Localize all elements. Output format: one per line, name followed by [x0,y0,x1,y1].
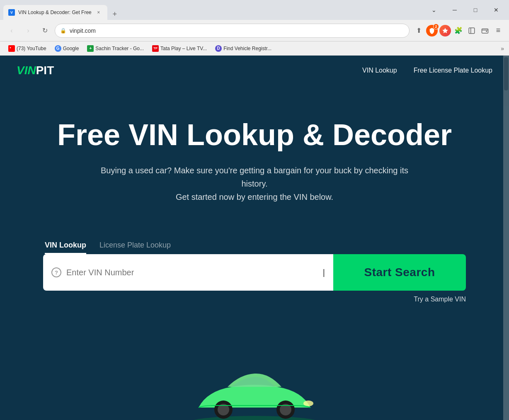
active-tab[interactable]: V VIN Lookup & Decoder: Get Free × [3,5,107,20]
youtube-favicon [8,45,15,52]
bookmark-youtube[interactable]: (73) YouTube [5,44,50,53]
svg-marker-4 [10,47,11,49]
back-button[interactable]: ‹ [5,24,18,37]
tab-favicon: V [8,9,15,16]
nav-bar: ‹ › ↻ 🔒 vinpit.com ⬆ 2 🧩 [0,20,509,41]
title-bar: V VIN Lookup & Decoder: Get Free × + ⌄ ─… [0,0,509,20]
url-text: vinpit.com [70,27,404,34]
svg-marker-0 [442,28,448,33]
tab-license-plate[interactable]: License Plate Lookup [99,241,171,254]
tab-title: VIN Lookup & Decoder: Get Free [18,10,92,15]
tab-strip: V VIN Lookup & Decoder: Get Free × + [3,0,421,20]
svg-point-10 [303,401,313,406]
hero-title: Free VIN Lookup & Decoder [17,119,492,151]
nav-license-plate[interactable]: Free License Plate Lookup [414,67,492,74]
bookmarks-bar: (73) YouTube G Google + Sachin Tracker -… [0,41,509,56]
bookmark-tata[interactable]: TP Tata Play – Live TV... [149,44,210,53]
car-image-section [182,370,327,420]
lock-icon: 🔒 [60,28,66,34]
find-favicon: D [215,45,222,52]
sample-vin-link[interactable]: Try a Sample VIN [43,291,466,303]
close-button[interactable]: ✕ [487,3,506,17]
new-tab-button[interactable]: + [109,8,121,20]
tata-favicon: TP [152,45,159,52]
scrollbar-track[interactable] [503,56,509,420]
bookmark-sachin[interactable]: + Sachin Tracker - Go... [84,44,147,53]
search-input-wrap: ? | [43,254,333,291]
wallet-icon[interactable] [479,25,491,36]
minimize-button[interactable]: ─ [445,3,464,17]
svg-rect-1 [469,28,475,34]
brave-rewards-icon[interactable] [439,25,451,36]
bookmark-google[interactable]: G Google [51,44,82,53]
hero-section: Free VIN Lookup & Decoder Buying a used … [0,85,509,241]
nav-actions: ⬆ 2 🧩 [413,25,504,36]
address-bar[interactable]: 🔒 vinpit.com [55,24,410,38]
nav-vin-lookup[interactable]: VIN Lookup [362,67,397,74]
sachin-favicon: + [87,45,94,52]
logo-vin: VIN [17,64,36,77]
start-search-button[interactable]: Start Search [333,254,466,291]
bookmarks-more-button[interactable]: » [501,45,504,52]
search-help-icon[interactable]: ? [51,267,61,277]
google-favicon: G [55,45,61,52]
window-controls: ⌄ ─ □ ✕ [424,3,506,17]
share-icon[interactable]: ⬆ [413,25,424,36]
bookmark-find[interactable]: D Find Vehicle Registr... [212,44,275,53]
brave-shields-icon[interactable]: 2 [426,25,438,36]
hero-subtitle: Buying a used car? Make sure you're gett… [89,164,420,204]
browser-menu-icon[interactable]: ≡ [492,25,504,36]
maximize-button[interactable]: □ [466,3,485,17]
car-illustration [182,370,327,420]
forward-button[interactable]: › [22,24,35,37]
site-navigation: VINPIT VIN Lookup Free License Plate Loo… [0,56,509,85]
refresh-button[interactable]: ↻ [38,24,51,37]
logo-pit: PIT [36,64,54,77]
tab-manager-button[interactable]: ⌄ [424,3,444,17]
tab-close-button[interactable]: × [95,9,102,16]
website-content: VINPIT VIN Lookup Free License Plate Loo… [0,56,509,420]
site-nav-links: VIN Lookup Free License Plate Lookup [362,67,492,74]
search-tabs: VIN Lookup License Plate Lookup [43,241,466,254]
scrollbar-thumb[interactable] [504,57,508,90]
site-logo: VINPIT [17,64,54,77]
brave-badge: 2 [433,24,439,29]
vin-search-input[interactable] [66,268,318,277]
sidebar-toggle-icon[interactable] [466,25,477,36]
svg-rect-3 [482,29,488,33]
svg-point-5 [184,416,325,420]
tab-vin-lookup[interactable]: VIN Lookup [45,241,86,254]
extensions-icon[interactable]: 🧩 [453,25,464,36]
search-section: VIN Lookup License Plate Lookup ? | Star… [27,241,482,303]
search-container: ? | Start Search [43,254,466,291]
